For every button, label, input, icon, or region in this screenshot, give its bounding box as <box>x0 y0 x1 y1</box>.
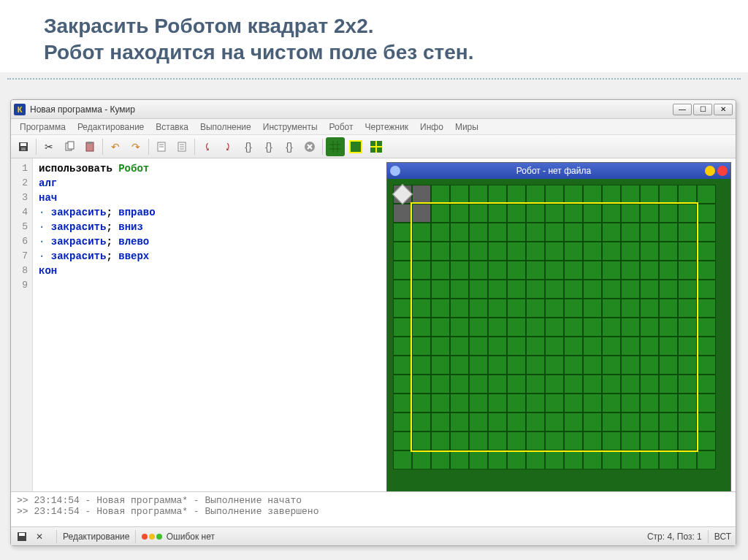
grid-cell[interactable] <box>393 450 412 469</box>
grid-cell[interactable] <box>412 242 431 261</box>
grid-cell[interactable] <box>583 413 602 431</box>
grid-cell[interactable] <box>412 204 431 223</box>
menu-инфо[interactable]: Инфо <box>414 120 449 134</box>
grid-cell[interactable] <box>507 318 526 337</box>
grid-cell[interactable] <box>507 204 526 223</box>
grid-cell[interactable] <box>564 337 583 356</box>
grid-cell[interactable] <box>659 394 678 413</box>
grid-cell[interactable] <box>545 318 564 337</box>
step-over-icon[interactable]: {} <box>259 137 278 156</box>
grid-cell[interactable] <box>640 242 659 261</box>
grid-cell[interactable] <box>621 356 640 375</box>
grid-cell[interactable] <box>507 413 526 431</box>
grid-cell[interactable] <box>488 375 507 394</box>
save-status-icon[interactable] <box>15 530 28 543</box>
grid-cell[interactable] <box>678 299 697 318</box>
grid-cell[interactable] <box>507 299 526 318</box>
grid-cell[interactable] <box>659 242 678 261</box>
grid-cell[interactable] <box>412 223 431 242</box>
grid-cell[interactable] <box>564 375 583 394</box>
grid-cell[interactable] <box>507 450 526 469</box>
grid-cell[interactable] <box>545 261 564 280</box>
minimize-button[interactable]: — <box>673 104 692 115</box>
grid-cell[interactable] <box>659 261 678 280</box>
grid-cell[interactable] <box>450 261 469 280</box>
titlebar[interactable]: К Новая программа - Кумир — ☐ ✕ <box>11 100 736 119</box>
grid-cell[interactable] <box>564 185 583 204</box>
grid-cell[interactable] <box>602 356 621 375</box>
grid-cell[interactable] <box>526 356 545 375</box>
grid-cell[interactable] <box>526 394 545 413</box>
grid-cell[interactable] <box>621 394 640 413</box>
grid-cell[interactable] <box>488 356 507 375</box>
grid-cell[interactable] <box>621 261 640 280</box>
grid-cell[interactable] <box>545 337 564 356</box>
grid-cell[interactable] <box>412 356 431 375</box>
grid-cell[interactable] <box>545 299 564 318</box>
grid-cell[interactable] <box>450 375 469 394</box>
grid-cell[interactable] <box>640 261 659 280</box>
grid-cell[interactable] <box>450 242 469 261</box>
grid-cell[interactable] <box>488 299 507 318</box>
grid-cell[interactable] <box>469 280 488 299</box>
grid-cell[interactable] <box>697 375 716 394</box>
grid-canvas[interactable] <box>390 182 728 491</box>
grid-cell[interactable] <box>621 318 640 337</box>
grid-cell[interactable] <box>469 337 488 356</box>
grid-cell[interactable] <box>659 185 678 204</box>
grid-cell[interactable] <box>621 431 640 450</box>
grid-cell[interactable] <box>545 450 564 469</box>
grid-cell[interactable] <box>583 223 602 242</box>
grid-cell[interactable] <box>697 356 716 375</box>
grid-cell[interactable] <box>507 185 526 204</box>
grid-cell[interactable] <box>545 223 564 242</box>
menu-выполнение[interactable]: Выполнение <box>194 120 257 134</box>
grid-cell[interactable] <box>431 375 450 394</box>
maximize-button[interactable]: ☐ <box>693 104 712 115</box>
grid-cell[interactable] <box>526 375 545 394</box>
grid-cell[interactable] <box>431 431 450 450</box>
grid-cell[interactable] <box>640 337 659 356</box>
grid-cell[interactable] <box>488 280 507 299</box>
menu-робот[interactable]: Робот <box>324 120 359 134</box>
grid-cell[interactable] <box>602 223 621 242</box>
grid-cell[interactable] <box>412 280 431 299</box>
grid-cell[interactable] <box>412 318 431 337</box>
grid-cell[interactable] <box>583 431 602 450</box>
menu-редактирование[interactable]: Редактирование <box>72 120 150 134</box>
grid-cell[interactable] <box>564 261 583 280</box>
grid-cell[interactable] <box>678 204 697 223</box>
menu-миры[interactable]: Миры <box>449 120 484 134</box>
grid-cell[interactable] <box>564 413 583 431</box>
grid-cell[interactable] <box>640 413 659 431</box>
grid-cell[interactable] <box>526 299 545 318</box>
grid-cell[interactable] <box>640 185 659 204</box>
undo-icon[interactable]: ↶ <box>106 137 125 156</box>
grid-cell[interactable] <box>640 204 659 223</box>
grid-cell[interactable] <box>678 280 697 299</box>
grid-cell[interactable] <box>431 318 450 337</box>
grid-cell[interactable] <box>450 185 469 204</box>
step-out-icon[interactable]: {} <box>280 137 299 156</box>
grid-cell[interactable] <box>678 394 697 413</box>
grid-cell[interactable] <box>507 261 526 280</box>
grid-cell[interactable] <box>545 356 564 375</box>
robot-titlebar[interactable]: Робот - нет файла <box>387 163 730 179</box>
grid-cell[interactable] <box>697 337 716 356</box>
grid-cell[interactable] <box>393 337 412 356</box>
grid-cell[interactable] <box>621 280 640 299</box>
grid-cell[interactable] <box>564 242 583 261</box>
grid-cell[interactable] <box>431 223 450 242</box>
grid-cell[interactable] <box>621 375 640 394</box>
grid-cell[interactable] <box>545 413 564 431</box>
grid-cell[interactable] <box>507 280 526 299</box>
grid-cell[interactable] <box>640 280 659 299</box>
grid-cell[interactable] <box>640 394 659 413</box>
grid-cell[interactable] <box>469 223 488 242</box>
grid-cell[interactable] <box>526 261 545 280</box>
grid-cell[interactable] <box>431 337 450 356</box>
grid-cell[interactable] <box>697 185 716 204</box>
grid-cell[interactable] <box>412 299 431 318</box>
grid-cell[interactable] <box>450 318 469 337</box>
save-icon[interactable] <box>14 137 33 156</box>
